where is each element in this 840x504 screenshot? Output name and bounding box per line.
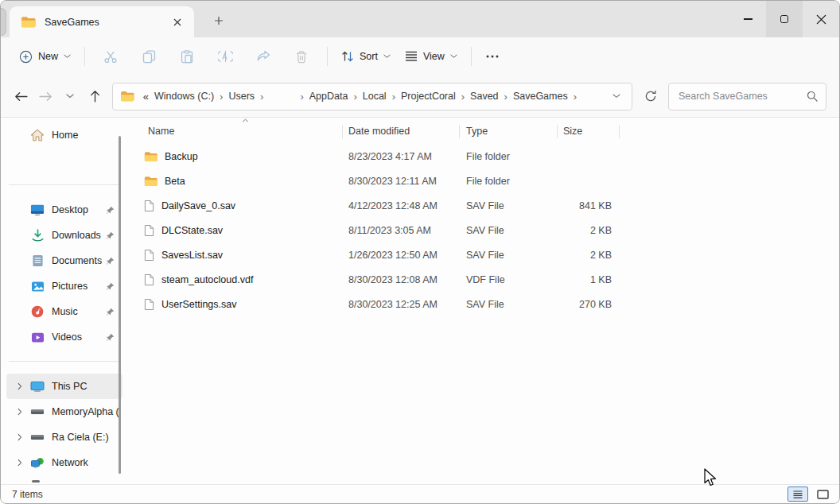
pin-icon [106,231,115,240]
column-header-type[interactable]: Type [460,118,558,144]
file-row[interactable]: Backup 8/23/2023 4:17 AM File folder [128,144,839,169]
close-button[interactable] [803,1,839,37]
large-icons-view-toggle[interactable] [812,487,833,502]
breadcrumb-chevron-icon: › [391,91,397,103]
search-box[interactable] [668,83,826,110]
scissors-icon [103,50,118,64]
file-icon [144,273,154,286]
pin-icon [106,257,115,266]
sidebar-item-desktop[interactable]: Desktop [6,197,122,223]
command-toolbar: New [1,37,839,76]
breadcrumb-segment-users[interactable]: Users [224,88,259,104]
file-row[interactable]: DailySave_0.sav 4/12/2023 12:48 AM SAV F… [128,193,839,218]
file-list-pane: Name Date modified Type Size Backup 8/23… [128,118,839,484]
large-icons-view-icon [817,490,829,499]
view-label: View [423,51,445,62]
tab-savegames[interactable]: SaveGames [10,6,194,37]
delete-button[interactable] [282,43,321,70]
breadcrumb-segment-local[interactable]: Local [359,88,391,104]
column-header-name[interactable]: Name [144,118,343,144]
file-row[interactable]: steam_autocloud.vdf 8/30/2023 12:08 AM V… [128,267,839,292]
address-box[interactable]: « Windows (C:) › Users › › AppData › Loc… [112,83,632,110]
partially-visible-item [32,480,40,483]
sidebar-item-memoryalpha-drive[interactable]: MemoryAlpha ( [6,399,122,425]
search-icon [807,91,818,102]
see-more-button[interactable] [478,43,507,70]
back-button[interactable] [9,84,33,109]
sidebar-item-pictures[interactable]: Pictures [6,273,122,299]
details-view-toggle[interactable] [788,487,808,502]
maximize-button[interactable] [766,1,803,37]
sort-button[interactable]: Sort [334,45,398,68]
folder-icon [120,91,134,102]
new-tab-button[interactable] [208,10,230,31]
chevron-right-icon[interactable] [11,382,29,390]
navigation-sidebar: Home Desktop [1,118,128,484]
chevron-down-icon [450,54,457,59]
up-button[interactable] [83,84,107,109]
close-icon [816,14,826,25]
chevron-down-icon [64,54,71,59]
back-arrow-icon [14,91,28,102]
file-date: 8/23/2023 4:17 AM [343,151,460,162]
column-header-date-modified[interactable]: Date modified [343,118,460,144]
file-row[interactable]: Beta 8/30/2023 12:11 AM File folder [128,169,839,193]
file-name: DLCState.sav [161,225,223,236]
refresh-button[interactable] [639,84,663,108]
chevron-right-icon[interactable] [11,408,29,416]
chevron-right-icon[interactable] [11,459,29,467]
rename-button[interactable] [206,43,244,70]
sidebar-item-downloads[interactable]: Downloads [6,223,122,248]
desktop-icon [29,204,46,216]
chevron-down-icon [612,94,620,99]
breadcrumb-segment-projectcoral[interactable]: ProjectCoral [397,88,460,104]
file-icon [144,200,154,212]
breadcrumb-segment-savegames[interactable]: SaveGames [509,88,572,104]
copy-button[interactable] [130,43,168,70]
breadcrumb-segment-user[interactable] [265,94,298,99]
videos-icon [29,331,46,343]
breadcrumb-segment-appdata[interactable]: AppData [305,88,352,104]
search-input[interactable] [679,91,807,102]
folder-icon [144,176,158,187]
rename-icon [218,50,233,63]
forward-arrow-icon [39,91,52,102]
sidebar-scrollbar[interactable] [119,136,122,474]
share-button[interactable] [244,43,282,70]
sidebar-item-home[interactable]: Home [6,122,122,148]
sidebar-item-videos[interactable]: Videos [6,324,122,350]
breadcrumb-segment-saved[interactable]: Saved [466,88,502,104]
sidebar-item-documents[interactable]: Documents [6,248,122,273]
sidebar-item-ra-ciela-drive[interactable]: Ra Ciela (E:) [6,425,122,450]
file-row[interactable]: UserSettings.sav 8/30/2023 12:25 AM SAV … [128,292,839,316]
column-header-size[interactable]: Size [558,118,620,144]
chevron-down-icon [66,94,74,99]
chevron-right-icon[interactable] [11,433,29,441]
sidebar-item-this-pc[interactable]: This PC [6,374,122,399]
tab-close-button[interactable] [169,14,186,31]
forward-button[interactable] [33,84,58,109]
sidebar-item-music[interactable]: Music [6,299,122,324]
breadcrumb-chevron-icon: › [218,91,224,103]
pin-icon [106,333,115,342]
minimize-button[interactable] [729,1,766,37]
file-row[interactable]: SavesList.sav 1/26/2023 12:50 AM SAV Fil… [128,242,839,267]
file-icon [144,298,154,311]
view-button[interactable]: View [398,45,465,68]
file-date: 8/11/2023 3:05 AM [343,225,460,236]
breadcrumb-chevron-icon: › [572,91,578,103]
file-name: steam_autocloud.vdf [161,274,253,285]
new-button[interactable]: New [12,45,78,69]
file-name: Beta [165,176,185,187]
sidebar-item-network[interactable]: Network [6,450,122,475]
paste-button[interactable] [168,43,206,70]
cut-button[interactable] [91,43,130,70]
downloads-icon [29,229,46,242]
address-dropdown-button[interactable] [608,94,625,99]
file-row[interactable]: DLCState.sav 8/11/2023 3:05 AM SAV File … [128,218,839,242]
sidebar-item-label: Desktop [52,204,106,215]
breadcrumb-collapsed[interactable]: « [138,91,150,103]
breadcrumb-segment-drive[interactable]: Windows (C:) [150,88,218,104]
recent-locations-button[interactable] [58,84,83,109]
pin-icon [106,206,115,215]
